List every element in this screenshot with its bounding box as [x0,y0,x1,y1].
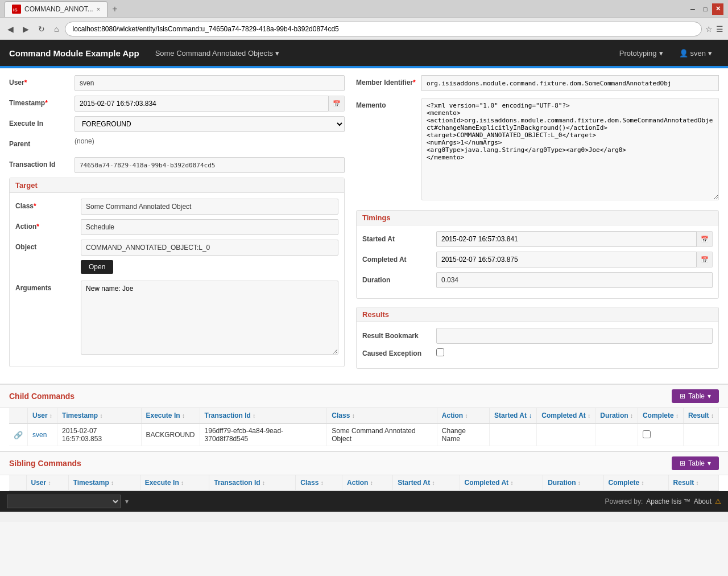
footer-select-arrow: ▾ [125,497,129,505]
row-action: Change Name [437,423,489,446]
maximize-button[interactable]: □ [700,3,711,15]
timestamp-calendar-icon[interactable]: 📅 [329,96,345,112]
transaction-id-value [75,157,345,173]
child-commands-tbody: 🔗 sven 2015-02-07 16:57:03.853 BACKGROUN… [9,423,719,446]
close-tab-icon[interactable]: × [97,6,100,13]
transaction-id-input[interactable] [75,157,345,173]
execute-in-label: Execute In [9,116,75,127]
child-commands-table: User ↕ Timestamp ↕ Execute In ↕ Transact… [9,408,719,446]
result-bookmark-input[interactable] [436,328,713,344]
row-user: sven [28,423,57,446]
arguments-textarea[interactable]: New name: Joe [81,281,338,355]
sibling-commands-table: User ↕ Timestamp ↕ Execute In ↕ Transact… [9,475,719,491]
reload-button[interactable]: ↻ [35,23,48,35]
sib-th-user: User ↕ [26,475,68,491]
left-column: User* Timestamp* 📅 Execute In [9,75,345,377]
open-button[interactable]: Open [81,260,113,274]
nav-user[interactable]: 👤 sven ▾ [672,40,719,66]
child-commands-section-bar: Child Commands ⊞ Table ▾ [0,384,728,408]
result-bookmark-value [436,328,713,344]
completed-at-input-group: 📅 [436,252,713,268]
caused-exception-label: Caused Exception [362,349,436,357]
memento-textarea[interactable]: <?xml version="1.0" encoding="UTF-8"?> <… [421,98,719,200]
app-brand: Command Module Example App [9,48,139,58]
transaction-id-sort-icon: ↕ [253,413,255,419]
sib-th-result: Result ↕ [668,475,718,491]
browser-navbar: ◀ ▶ ↻ ⌂ ☆ ☰ [0,18,728,40]
result-bookmark-row: Result Bookmark [362,328,713,344]
row-complete [638,423,683,446]
completed-at-input[interactable] [436,252,697,268]
results-panel-body: Result Bookmark Caused Exception [357,322,718,368]
th-completed-at: Completed At ↕ [537,408,595,423]
close-button[interactable]: ✕ [712,3,723,15]
row-user-link[interactable]: sven [32,431,47,439]
main-form-area: User* Timestamp* 📅 Execute In [0,68,728,384]
target-panel-header: Target [10,178,344,193]
execute-in-select[interactable]: FOREGROUND BACKGROUND [75,116,345,132]
nav-item-commands[interactable]: Some Command Annotated Objects ▾ [148,40,286,66]
horizontal-scrollbar[interactable] [0,512,728,522]
menu-icon[interactable]: ☰ [716,24,723,34]
prototyping-label: Prototyping [619,49,657,57]
timestamp-input[interactable] [75,96,329,112]
completed-at-label: Completed At [362,256,436,264]
completed-at-value: 📅 [436,252,713,268]
home-button[interactable]: ⌂ [51,23,61,35]
address-bar[interactable] [65,22,702,36]
row-complete-checkbox[interactable] [643,430,651,438]
bookmark-icon[interactable]: ☆ [705,24,713,34]
user-req: * [24,79,27,87]
sibling-commands-table-button[interactable]: ⊞ Table ▾ [672,456,719,470]
completed-at-calendar-icon[interactable]: 📅 [697,252,713,268]
footer-select[interactable] [7,495,121,508]
member-id-input[interactable] [421,75,719,91]
caused-exception-checkbox[interactable] [436,348,444,356]
minimize-button[interactable]: ─ [687,3,698,15]
transaction-id-field-row: Transaction Id [9,157,345,173]
object-label: Object [15,240,81,251]
forward-button[interactable]: ▶ [20,23,32,35]
child-commands-title: Child Commands [9,392,75,401]
result-sort-icon: ↕ [711,413,714,419]
nav-item-label: Some Command Annotated Objects [155,49,273,57]
completed-at-row: Completed At 📅 [362,252,713,268]
started-at-input[interactable] [436,231,697,247]
sibling-table-grid-icon: ⊞ [680,459,685,467]
timestamp-input-group: 📅 [75,96,345,112]
duration-input[interactable] [436,272,713,288]
execute-in-sort-icon: ↕ [182,413,185,419]
browser-tab[interactable]: IS COMMAND_ANNOT... × [5,1,107,17]
row-result [683,423,718,446]
class-input[interactable] [81,199,338,215]
about-link[interactable]: About [694,497,712,505]
th-complete: Complete ↕ [638,408,683,423]
action-sort-icon: ↕ [465,413,468,419]
user-input[interactable] [75,75,345,91]
new-tab-button[interactable]: + [112,4,117,14]
arguments-label: Arguments [15,281,81,292]
child-commands-table-button[interactable]: ⊞ Table ▾ [672,389,719,403]
nav-prototyping[interactable]: Prototyping ▾ [613,40,670,66]
th-transaction-id: Transaction Id ↕ [200,408,327,423]
action-field-row: Action* [15,219,338,235]
timestamp-value: 📅 [75,96,345,112]
child-table-dropdown-icon: ▾ [708,392,711,400]
started-at-input-group: 📅 [436,231,713,247]
sib-th-execute-in: Execute In ↕ [140,475,209,491]
action-input[interactable] [81,219,338,235]
row-action-icon[interactable]: 🔗 [14,431,23,439]
action-value [81,219,338,235]
right-column: Member Identifier* Memento <?xml version… [356,75,719,377]
row-duration [595,423,638,446]
sib-th-started-at: Started At ↕ [393,475,460,491]
window-controls: ─ □ ✕ [687,3,723,15]
apache-isis-label: Apache Isis ™ [646,497,690,505]
result-bookmark-label: Result Bookmark [362,332,436,340]
user-label: User* [9,75,75,87]
class-sort-icon: ↕ [352,413,355,419]
object-input[interactable] [81,240,338,256]
started-at-calendar-icon[interactable]: 📅 [697,231,713,247]
th-actions [9,408,28,423]
back-button[interactable]: ◀ [5,23,16,35]
